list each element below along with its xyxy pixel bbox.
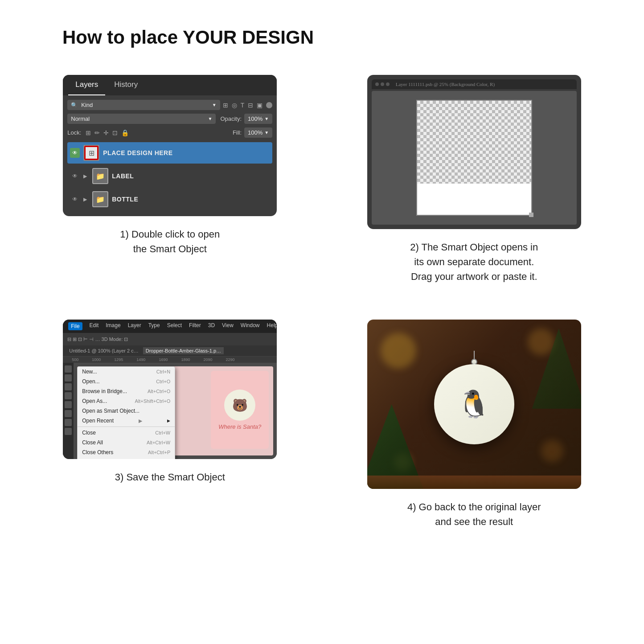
tools-sidebar: [63, 363, 74, 459]
menu-open-as-label: Open As...: [82, 398, 107, 404]
bear-artwork: 🐻 Where is Santa?: [211, 371, 269, 449]
kind-label: Kind: [81, 102, 93, 108]
menu-close-shortcut: Ctrl+W: [155, 430, 170, 435]
layer-thumbnail: ⊞: [83, 145, 99, 161]
ps-topbar: Layer 1111111.psb @ 25% (Background Colo…: [372, 79, 577, 89]
bottle-layer-eye[interactable]: 👁: [70, 194, 80, 204]
bottle-layer-thumbnail: 📁: [92, 191, 108, 207]
file-menu-item[interactable]: File: [68, 322, 82, 330]
tool-1[interactable]: [65, 365, 72, 373]
menubar: File Edit Image Layer Type Select Filter…: [63, 320, 277, 333]
label-layer-eye[interactable]: 👁: [70, 171, 80, 181]
folder-icon: 📁: [96, 172, 105, 180]
menu-open[interactable]: Open... Ctrl+O: [78, 377, 175, 386]
menu-open-as[interactable]: Open As... Alt+Shift+Ctrl+O: [78, 396, 175, 406]
smart-object-layer[interactable]: 👁 ⊞ PLACE DESIGN HERE: [67, 142, 272, 164]
page-title: How to place YOUR DESIGN: [62, 27, 314, 48]
search-icon: 🔍: [71, 102, 78, 108]
bottle-layer[interactable]: 👁 ▶ 📁 BOTTLE: [67, 189, 272, 210]
tool-5[interactable]: [65, 401, 72, 408]
resize-handle[interactable]: [529, 213, 533, 217]
menu-sep-1: [78, 427, 175, 427]
opacity-value[interactable]: 100% ▼: [244, 114, 272, 124]
fill-chevron-icon: ▼: [264, 130, 269, 135]
layers-tab[interactable]: Layers: [68, 75, 105, 95]
lock-artboard-icon[interactable]: ⊡: [112, 129, 118, 136]
lock-position-icon[interactable]: ✛: [103, 129, 109, 136]
step-1-text: 1) Double click to open the Smart Object: [120, 227, 220, 256]
tool-7[interactable]: [65, 419, 72, 426]
file-dropdown-menu: New... Ctrl+N Open... Ctrl+O Browse in B…: [77, 366, 175, 459]
layer-menu-item[interactable]: Layer: [128, 322, 141, 330]
menu-close-bridge[interactable]: Close and Go to Bridge... Shift+Ctrl+W: [78, 457, 175, 459]
menu-new-shortcut: Ctrl+N: [156, 369, 170, 374]
menu-close-label: Close: [82, 430, 96, 436]
toolbar-content: ⊟ ⊞ ⊡ ⊢ ⊣ … 3D Mode: ⊡: [67, 336, 128, 342]
menu-close-others[interactable]: Close Others Alt+Ctrl+P: [78, 447, 175, 457]
bottle-folder-icon: 📁: [96, 195, 105, 204]
opacity-chevron-icon: ▼: [264, 116, 269, 121]
window-menu-item[interactable]: Window: [241, 322, 260, 330]
ruler-mark-4: 1490: [136, 357, 145, 362]
kind-icons: ⊞ ◎ T ⊟ ▣: [223, 102, 273, 109]
lock-pixels-icon[interactable]: ⊞: [86, 129, 91, 136]
fill-control: Fill: 100% ▼: [233, 127, 272, 138]
blend-mode-dropdown[interactable]: Normal ▼: [67, 114, 216, 124]
topbar-dot-2: [381, 82, 384, 86]
label-layer[interactable]: 👁 ▶ 📁 LABEL: [67, 165, 272, 187]
menu-close[interactable]: Close Ctrl+W: [78, 428, 175, 438]
label-layer-thumbnail: 📁: [92, 168, 108, 184]
view-menu-item[interactable]: View: [222, 322, 234, 330]
lock-brush-icon[interactable]: ✏: [94, 129, 100, 136]
menu-browse-shortcut: Alt+Ctrl+O: [148, 389, 170, 394]
bear-text: Where is Santa?: [218, 423, 261, 430]
select-menu-item[interactable]: Select: [167, 322, 182, 330]
photoshop-layers-panel: Layers History 🔍 Kind ▼ ⊞ ◎ T ⊟: [63, 75, 277, 216]
rulers: 500 1000 1295 1490 1690 1890 2090 2290: [63, 357, 277, 363]
kind-dropdown[interactable]: 🔍 Kind ▼: [67, 100, 220, 110]
menu-close-all-shortcut: Alt+Ctrl+W: [147, 440, 170, 445]
tool-6[interactable]: [65, 410, 72, 417]
tool-2[interactable]: [65, 374, 72, 381]
expand-arrow-icon[interactable]: ▶: [83, 173, 87, 179]
type-menu-item[interactable]: Type: [148, 322, 160, 330]
tool-4[interactable]: [65, 392, 72, 399]
blend-mode-row: Normal ▼ Opacity: 100% ▼: [67, 114, 272, 124]
smart-object-indicator: [84, 146, 98, 160]
menu-close-all[interactable]: Close All Alt+Ctrl+W: [78, 438, 175, 447]
ruler-mark-6: 1890: [181, 357, 190, 362]
step-1-cell: Layers History 🔍 Kind ▼ ⊞ ◎ T ⊟: [36, 75, 304, 284]
menu-browse[interactable]: Browse in Bridge... Alt+Ctrl+O: [78, 386, 175, 396]
document-tabs: Untitled-1 @ 100% (Layer 2 c… Dropper-Bo…: [63, 345, 277, 357]
image-type-icon: ⊞: [223, 102, 228, 109]
menu-browse-label: Browse in Bridge...: [82, 388, 127, 394]
options-toolbar: ⊟ ⊞ ⊡ ⊢ ⊣ … 3D Mode: ⊡: [63, 333, 277, 345]
filter-menu-item[interactable]: Filter: [189, 322, 201, 330]
lock-row: Lock: ⊞ ✏ ✛ ⊡ 🔒 Fill: 100% ▼: [67, 127, 272, 138]
history-tab[interactable]: History: [107, 75, 145, 95]
canvas-white-region: [417, 184, 531, 215]
layer-visibility-eye[interactable]: 👁: [70, 148, 80, 158]
kind-row: 🔍 Kind ▼ ⊞ ◎ T ⊟ ▣: [67, 100, 272, 110]
chevron-down-icon: ▼: [212, 103, 217, 107]
lock-all-icon[interactable]: 🔒: [121, 129, 129, 136]
doc-tab-1[interactable]: Untitled-1 @ 100% (Layer 2 c…: [66, 347, 141, 354]
help-menu-item[interactable]: Help: [267, 322, 277, 330]
bottle-expand-arrow-icon[interactable]: ▶: [83, 197, 87, 202]
doc-tab-2[interactable]: Dropper-Bottle-Amber-Glass-1.p…: [143, 347, 224, 354]
step-4-cell: 🐧 4) Go back to the original layer and s…: [340, 320, 609, 529]
fill-value[interactable]: 100% ▼: [244, 127, 272, 138]
menu-recent[interactable]: Open Recent ▶: [78, 416, 175, 426]
3d-menu-item[interactable]: 3D: [208, 322, 215, 330]
instructions-grid: Layers History 🔍 Kind ▼ ⊞ ◎ T ⊟: [36, 75, 608, 529]
edit-menu-item[interactable]: Edit: [90, 322, 99, 330]
menu-new[interactable]: New... Ctrl+N: [78, 367, 175, 377]
bottle-layer-name: BOTTLE: [112, 196, 138, 203]
menu-new-label: New...: [82, 369, 97, 375]
tool-8[interactable]: [65, 428, 72, 435]
tool-3[interactable]: [65, 383, 72, 390]
text-type-icon: T: [241, 102, 245, 109]
menu-smart-obj[interactable]: Open as Smart Object...: [78, 406, 175, 416]
canvas-area: [372, 91, 577, 225]
image-menu-item[interactable]: Image: [106, 322, 120, 330]
